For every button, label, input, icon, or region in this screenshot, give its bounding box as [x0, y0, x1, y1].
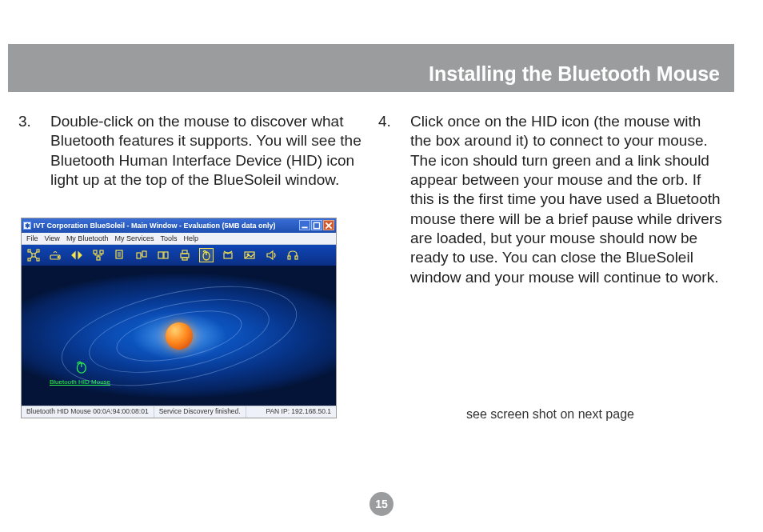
menu-item[interactable]: File	[26, 234, 38, 242]
window-title: IVT Corporation BlueSoleil - Main Window…	[34, 222, 275, 230]
service-dun-icon[interactable]	[48, 248, 62, 262]
menu-bar: File View My Bluetooth My Services Tools…	[22, 233, 336, 245]
svg-rect-13	[97, 257, 100, 260]
svg-rect-21	[182, 258, 187, 260]
step-text: Click once on the HID icon (the mouse wi…	[410, 112, 722, 287]
service-lan-icon[interactable]	[91, 248, 106, 262]
right-column: 4. Click once on the HID icon (the mouse…	[378, 112, 722, 422]
svg-rect-4	[32, 254, 35, 257]
service-pan-icon[interactable]	[26, 248, 41, 262]
svg-rect-5	[28, 250, 30, 252]
step-text: Double-click on the mouse to discover wh…	[50, 112, 362, 190]
svg-rect-26	[288, 256, 290, 259]
step-3: 3. Double-click on the mouse to discover…	[18, 112, 362, 190]
menu-item[interactable]: Tools	[160, 234, 177, 242]
window-titlebar: ✱ IVT Corporation BlueSoleil - Main Wind…	[22, 218, 336, 233]
status-right: PAN IP: 192.168.50.1	[261, 406, 336, 418]
maximize-button[interactable]	[311, 220, 322, 230]
svg-point-10	[58, 257, 59, 258]
service-toolbar	[22, 245, 336, 266]
svg-rect-12	[100, 250, 103, 254]
svg-rect-6	[37, 250, 39, 252]
status-left: Bluetooth HID Mouse 00:0A:94:00:08:01	[22, 406, 154, 418]
svg-rect-18	[164, 252, 168, 258]
left-column: 3. Double-click on the mouse to discover…	[18, 112, 362, 422]
bluesoleil-canvas[interactable]: Bluetooth HID Mouse	[22, 266, 336, 406]
service-opp-icon[interactable]	[134, 248, 149, 262]
app-icon: ✱	[23, 222, 31, 230]
device-hid-mouse[interactable]: Bluetooth HID Mouse	[50, 360, 110, 386]
screenshot-window: ✱ IVT Corporation BlueSoleil - Main Wind…	[21, 218, 337, 418]
service-print-icon[interactable]	[178, 248, 192, 262]
svg-rect-1	[314, 222, 319, 228]
page-title: Installing the Bluetooth Mouse	[429, 62, 720, 86]
window-buttons	[299, 220, 334, 230]
svg-rect-20	[182, 250, 187, 254]
page-number-badge: 15	[370, 492, 393, 516]
service-spp-icon[interactable]	[70, 248, 84, 262]
svg-rect-11	[94, 250, 97, 254]
service-ftp-icon[interactable]	[113, 248, 127, 262]
status-center: Service Discovery finished.	[154, 406, 246, 418]
step-number: 4.	[378, 112, 410, 287]
service-headset-icon[interactable]	[286, 248, 300, 262]
menu-item[interactable]: View	[45, 234, 60, 242]
service-av-icon[interactable]	[264, 248, 278, 262]
device-label: Bluetooth HID Mouse	[50, 378, 110, 386]
svg-rect-16	[142, 251, 146, 257]
step-number: 3.	[18, 112, 50, 190]
svg-rect-17	[158, 252, 163, 258]
page-number: 15	[375, 498, 388, 510]
step-4: 4. Click once on the HID icon (the mouse…	[378, 112, 722, 287]
status-bar: Bluetooth HID Mouse 00:0A:94:00:08:01 Se…	[22, 406, 336, 418]
central-orb[interactable]	[166, 322, 193, 350]
service-bip-icon[interactable]	[242, 248, 257, 262]
content-columns: 3. Double-click on the mouse to discover…	[18, 92, 745, 422]
minimize-button[interactable]	[299, 220, 310, 230]
menu-item[interactable]: Help	[183, 234, 198, 242]
svg-rect-27	[295, 256, 298, 259]
document-page: Installing the Bluetooth Mouse 3. Double…	[18, 0, 745, 422]
header-band: Installing the Bluetooth Mouse	[8, 44, 734, 92]
svg-rect-7	[28, 258, 30, 261]
svg-rect-15	[137, 253, 141, 258]
service-fax-icon[interactable]	[221, 248, 235, 262]
close-button[interactable]	[323, 220, 334, 230]
svg-rect-8	[37, 258, 39, 261]
menu-item[interactable]: My Bluetooth	[66, 234, 109, 242]
service-sync-icon[interactable]	[156, 248, 170, 262]
see-next-page-note: see screen shot on next page	[378, 407, 722, 422]
service-hid-icon[interactable]	[199, 248, 214, 262]
menu-item[interactable]: My Services	[114, 234, 154, 242]
svg-rect-19	[181, 254, 189, 258]
